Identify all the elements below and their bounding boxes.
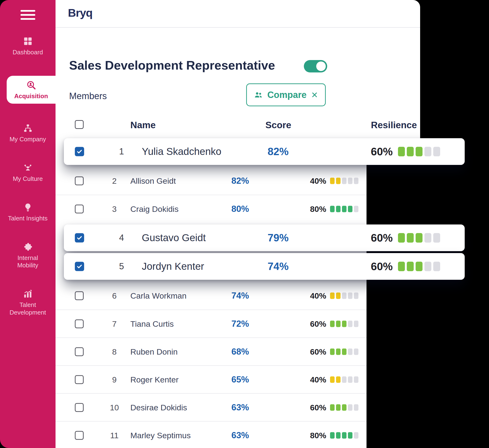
member-name: Craig Dokidis bbox=[130, 204, 179, 213]
select-all-checkbox[interactable] bbox=[75, 120, 84, 129]
member-name: Marley Septimus bbox=[130, 431, 191, 440]
resilience-value: 60% bbox=[362, 145, 393, 158]
row-checkbox[interactable] bbox=[75, 147, 84, 156]
resilience-pills bbox=[330, 432, 359, 439]
sidebar-item-talent-insights[interactable]: Talent Insights bbox=[0, 202, 56, 222]
row-checkbox[interactable] bbox=[75, 233, 84, 243]
score-value[interactable]: 68% bbox=[221, 347, 259, 357]
row-index: 8 bbox=[107, 347, 122, 356]
column-header-name: Name bbox=[130, 120, 156, 130]
sidebar-item-internal-mobility[interactable]: Internal Mobility bbox=[0, 242, 56, 269]
row-index: 10 bbox=[107, 403, 122, 412]
app-logo: Bryq bbox=[68, 6, 92, 19]
row-checkbox[interactable] bbox=[75, 204, 84, 213]
score-value[interactable]: 74% bbox=[258, 261, 298, 272]
member-row[interactable]: 8Ruben Donin68%60% bbox=[56, 337, 367, 365]
score-value[interactable]: 82% bbox=[221, 176, 259, 186]
member-row[interactable]: 3Craig Dokidis80%80% bbox=[56, 195, 367, 223]
member-name: Ruben Donin bbox=[130, 347, 178, 356]
member-row-selected[interactable]: 4Gustavo Geidt79%60% bbox=[64, 224, 465, 251]
column-header-resilience: Resilience bbox=[370, 120, 418, 130]
sidebar-item-label: Talent Development bbox=[8, 301, 48, 316]
member-name: Carla Workman bbox=[130, 291, 187, 300]
row-checkbox[interactable] bbox=[75, 319, 84, 328]
resilience-cell: 60% bbox=[362, 231, 440, 244]
lightbulb-icon bbox=[23, 202, 33, 212]
compare-close-icon[interactable] bbox=[311, 91, 318, 99]
members-table-rows: 1Yulia Skadchenko82%60%2Allison Geidt82%… bbox=[56, 138, 367, 448]
sidebar-item-label: Dashboard bbox=[13, 49, 43, 56]
dashboard-grid-icon bbox=[23, 36, 33, 46]
resilience-pills bbox=[330, 376, 359, 383]
resilience-value: 40% bbox=[306, 291, 326, 300]
resilience-pills bbox=[330, 178, 359, 184]
people-culture-icon bbox=[23, 163, 33, 173]
resilience-cell: 60% bbox=[306, 403, 359, 412]
member-row[interactable]: 6Carla Workman74%40% bbox=[56, 282, 367, 310]
growth-chart-icon bbox=[23, 289, 33, 299]
role-active-toggle[interactable] bbox=[304, 60, 327, 73]
resilience-value: 80% bbox=[306, 204, 326, 213]
member-name: Desirae Dokidis bbox=[130, 403, 187, 412]
row-checkbox[interactable] bbox=[75, 375, 84, 384]
member-row[interactable]: 11Marley Septimus63%80% bbox=[56, 421, 367, 448]
row-checkbox[interactable] bbox=[75, 403, 84, 412]
member-row[interactable]: 2Allison Geidt82%40% bbox=[56, 167, 367, 195]
sidebar-item-label: My Company bbox=[9, 136, 46, 143]
resilience-pills bbox=[330, 404, 359, 411]
row-index: 6 bbox=[107, 291, 122, 300]
row-index: 11 bbox=[107, 431, 122, 440]
row-checkbox[interactable] bbox=[75, 431, 84, 440]
score-value[interactable]: 72% bbox=[221, 319, 259, 329]
hamburger-menu-icon[interactable] bbox=[20, 10, 35, 20]
score-value[interactable]: 74% bbox=[221, 291, 259, 301]
acquisition-search-person-icon bbox=[26, 80, 36, 90]
row-index: 2 bbox=[107, 176, 122, 185]
row-checkbox[interactable] bbox=[75, 347, 84, 356]
resilience-cell: 60% bbox=[306, 347, 359, 356]
sidebar-nav: Dashboard Acquisition My Company My Cult… bbox=[0, 36, 56, 316]
resilience-value: 60% bbox=[362, 231, 393, 244]
score-value[interactable]: 63% bbox=[221, 402, 259, 413]
sidebar-item-label: Acquisition bbox=[14, 92, 48, 100]
resilience-cell: 60% bbox=[362, 260, 440, 273]
sidebar-item-my-culture[interactable]: My Culture bbox=[0, 163, 56, 183]
score-value[interactable]: 79% bbox=[258, 232, 298, 244]
sidebar-item-acquisition[interactable]: Acquisition bbox=[7, 76, 56, 104]
header-divider bbox=[56, 27, 420, 28]
member-row-selected[interactable]: 5Jordyn Kenter74%60% bbox=[64, 253, 465, 280]
member-row-selected[interactable]: 1Yulia Skadchenko82%60% bbox=[64, 138, 465, 165]
resilience-value: 80% bbox=[306, 431, 326, 440]
sidebar-item-dashboard[interactable]: Dashboard bbox=[0, 36, 56, 56]
row-index: 5 bbox=[114, 261, 129, 271]
score-value[interactable]: 65% bbox=[221, 375, 259, 385]
row-checkbox[interactable] bbox=[75, 262, 84, 271]
member-name: Gustavo Geidt bbox=[142, 232, 206, 244]
sidebar-item-label: My Culture bbox=[13, 175, 43, 183]
row-index: 4 bbox=[114, 233, 129, 243]
row-checkbox[interactable] bbox=[75, 176, 84, 185]
member-row[interactable]: 10Desirae Dokidis63%60% bbox=[56, 393, 367, 421]
resilience-pills bbox=[330, 348, 359, 355]
row-index: 7 bbox=[107, 319, 122, 328]
score-value[interactable]: 63% bbox=[221, 430, 259, 440]
sidebar-item-talent-development[interactable]: Talent Development bbox=[0, 289, 56, 316]
resilience-cell: 80% bbox=[306, 431, 359, 440]
member-row[interactable]: 7Tiana Curtis72%60% bbox=[56, 310, 367, 337]
sidebar-item-label: Internal Mobility bbox=[8, 254, 48, 269]
resilience-cell: 40% bbox=[306, 375, 359, 384]
column-header-score: Score bbox=[259, 120, 297, 130]
score-value[interactable]: 80% bbox=[221, 204, 259, 214]
page-title: Sales Development Representative bbox=[69, 58, 275, 73]
score-value[interactable]: 82% bbox=[258, 146, 298, 157]
resilience-cell: 60% bbox=[362, 145, 440, 158]
member-name: Roger Kenter bbox=[130, 375, 179, 384]
member-row[interactable]: 9Roger Kenter65%40% bbox=[56, 365, 367, 393]
resilience-pills bbox=[398, 233, 440, 243]
main-header-panel: Bryq Sales Development Representative Me… bbox=[56, 0, 420, 138]
compare-button[interactable]: Compare bbox=[246, 83, 326, 106]
member-name: Tiana Curtis bbox=[130, 319, 174, 328]
member-name: Yulia Skadchenko bbox=[142, 146, 221, 157]
row-checkbox[interactable] bbox=[75, 291, 84, 300]
sidebar-item-my-company[interactable]: My Company bbox=[0, 123, 56, 143]
